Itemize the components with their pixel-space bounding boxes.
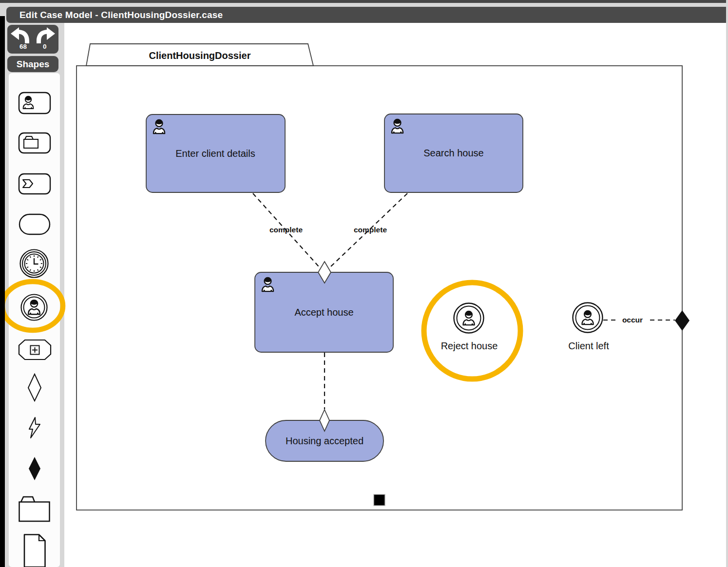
palette-item-entry-criterion[interactable]	[27, 373, 42, 402]
window-title: Edit Case Model - ClientHousingDossier.c…	[19, 10, 223, 20]
palette-item-user-event[interactable]	[20, 293, 48, 321]
window-title-bar: Edit Case Model - ClientHousingDossier.c…	[6, 7, 726, 23]
palette-item-milestone[interactable]	[19, 213, 51, 235]
palette-title: Shapes	[17, 59, 50, 70]
redo-icon[interactable]	[37, 27, 55, 43]
palette-item-timer-event[interactable]	[19, 248, 49, 279]
lightning-icon	[29, 417, 40, 438]
redo-count: 0	[43, 43, 47, 50]
window-top-edge	[0, 0, 726, 3]
undo-redo-panel: 68 0	[7, 25, 58, 54]
palette-item-case-file-item[interactable]	[23, 533, 46, 567]
window-left-edge	[0, 16, 5, 567]
palette-item-event-listener[interactable]	[27, 416, 42, 439]
document-icon	[24, 535, 45, 567]
undo-icon[interactable]	[11, 27, 29, 43]
undo-count: 68	[19, 43, 27, 50]
palette-item-stage[interactable]	[18, 339, 52, 360]
palette-item-process-task[interactable]	[18, 173, 51, 195]
clock-icon	[20, 250, 48, 278]
palette-item-case-file-folder[interactable]	[18, 495, 51, 522]
diagram-canvas	[64, 23, 726, 567]
folder-tab	[21, 497, 35, 502]
palette-item-case-task[interactable]	[18, 132, 51, 154]
palette-item-human-task[interactable]	[18, 92, 51, 114]
palette-item-exit-criterion[interactable]	[28, 456, 41, 481]
palette-header: Shapes	[7, 56, 58, 72]
